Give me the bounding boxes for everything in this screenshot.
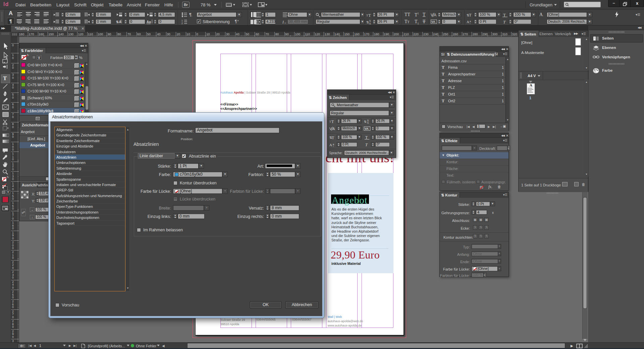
svg-text:↑: ↑ — [470, 22, 471, 24]
svg-text:⇅A: ⇅A — [116, 20, 121, 24]
svg-text:2: 2 — [181, 22, 183, 24]
svg-text:T: T — [368, 13, 371, 17]
svg-text:1: 1 — [181, 19, 183, 22]
svg-text:a: a — [470, 20, 471, 22]
svg-text:A: A — [467, 20, 469, 24]
svg-text:T: T — [503, 19, 506, 24]
svg-text:⇅: ⇅ — [329, 136, 332, 139]
svg-text:T: T — [331, 119, 334, 124]
svg-text:A: A — [367, 121, 369, 124]
svg-text:T: T — [365, 135, 368, 140]
svg-text:⇅: ⇅ — [364, 120, 367, 123]
svg-text:T: T — [329, 120, 331, 123]
svg-text:T: T — [365, 142, 368, 147]
svg-text:I: I — [282, 20, 284, 24]
svg-text:⇅: ⇅ — [366, 20, 369, 24]
svg-text:A: A — [329, 143, 332, 147]
svg-text:Aa: Aa — [147, 20, 151, 24]
svg-text:⇅: ⇅ — [467, 13, 469, 17]
svg-text:A: A — [434, 13, 436, 17]
svg-text:A: A — [369, 22, 371, 24]
svg-text:x:: x: — [284, 21, 286, 24]
svg-text:VA: VA — [365, 127, 369, 130]
svg-text:↑: ↑ — [333, 145, 334, 147]
svg-text:A: A — [332, 127, 335, 131]
svg-text:T: T — [503, 12, 506, 17]
svg-text:VA: VA — [431, 20, 435, 23]
